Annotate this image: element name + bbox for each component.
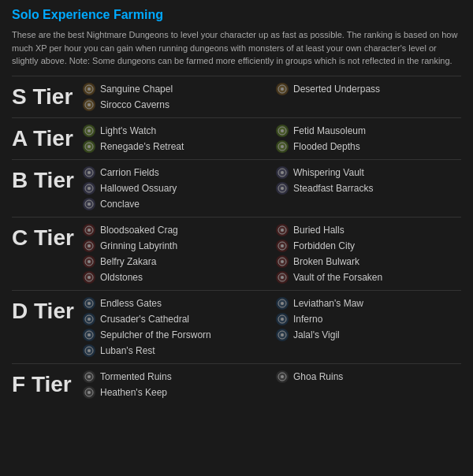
list-item: Heathen's Keep (83, 386, 268, 399)
svg-point-15 (88, 171, 91, 174)
svg-point-17 (88, 187, 91, 190)
dungeon-name: Vault of the Forsaken (293, 272, 382, 283)
list-item: Oldstones (83, 271, 268, 284)
dungeon-name: Buried Halls (293, 225, 345, 236)
svg-point-23 (281, 187, 284, 190)
svg-point-9 (88, 145, 91, 148)
dungeon-icon (276, 166, 289, 179)
dungeon-name: Steadfast Barracks (293, 183, 373, 194)
tier-col-f-0: Tormented Ruins Heathen's Keep (83, 370, 268, 399)
dungeon-name: Light's Watch (100, 125, 156, 136)
tier-section-f: F Tier Tormented Ruins Heathen's Keep Gh… (12, 363, 461, 405)
svg-point-3 (88, 103, 91, 106)
list-item: Grinning Labyrinth (83, 240, 268, 252)
dungeon-name: Heathen's Keep (100, 387, 167, 398)
dungeon-icon (83, 140, 95, 153)
list-item: Crusader's Cathedral (83, 313, 268, 325)
svg-point-5 (281, 87, 284, 91)
tier-col-c-0: Bloodsoaked Crag Grinning Labyrinth Belf… (83, 224, 268, 284)
tier-columns-c: Bloodsoaked Crag Grinning Labyrinth Belf… (83, 224, 461, 284)
svg-point-41 (88, 302, 91, 305)
list-item: Belfry Zakara (83, 255, 268, 268)
svg-point-37 (281, 260, 284, 263)
svg-point-29 (88, 260, 91, 263)
dungeon-name: Endless Gates (100, 298, 162, 309)
page-title: Solo Experience Farming (12, 8, 461, 22)
dungeon-icon (83, 224, 95, 236)
list-item: Hallowed Ossuary (83, 182, 268, 195)
main-container: Solo Experience Farming These are the be… (0, 0, 473, 413)
dungeon-icon (276, 140, 289, 153)
dungeon-name: Tormented Ruins (100, 371, 172, 382)
tier-col-s-0: Sanguine Chapel Sirocco Caverns (83, 83, 268, 111)
tier-col-f-1: Ghoa Ruins (276, 370, 461, 399)
dungeon-icon (83, 198, 95, 210)
tier-col-a-0: Light's Watch Renegade's Retreat (83, 125, 268, 153)
tier-col-d-1: Leviathan's Maw Inferno Jalal's Vigil (276, 297, 461, 357)
dungeon-icon (276, 182, 289, 195)
svg-point-45 (88, 333, 91, 337)
tier-section-s: S Tier Sanguine Chapel Sirocco Caverns D… (12, 76, 461, 117)
list-item: Vault of the Forsaken (276, 271, 461, 284)
list-item: Inferno (276, 313, 461, 325)
dungeon-icon (83, 297, 95, 310)
dungeon-name: Hallowed Ossuary (100, 183, 177, 194)
dungeon-icon (83, 255, 95, 268)
dungeon-name: Sanguine Chapel (100, 84, 173, 95)
dungeon-name: Conclave (100, 199, 140, 210)
list-item: Endless Gates (83, 297, 268, 310)
dungeon-name: Broken Bulwark (293, 256, 359, 267)
list-item: Flooded Depths (276, 140, 461, 153)
svg-point-19 (88, 203, 91, 206)
dungeon-icon (83, 240, 95, 252)
svg-point-7 (88, 129, 91, 132)
dungeon-icon (83, 329, 95, 341)
svg-point-33 (281, 229, 284, 232)
dungeon-name: Renegade's Retreat (100, 141, 184, 152)
list-item: Whispering Vault (276, 166, 461, 179)
tier-label-c: C Tier (12, 224, 83, 251)
dungeon-icon (83, 83, 95, 95)
list-item: Broken Bulwark (276, 255, 461, 268)
list-item: Luban's Rest (83, 344, 268, 357)
dungeon-name: Deserted Underpass (293, 84, 380, 95)
svg-point-25 (88, 229, 91, 232)
dungeon-icon (83, 125, 95, 137)
tier-label-d: D Tier (12, 297, 83, 324)
list-item: Renegade's Retreat (83, 140, 268, 153)
dungeon-icon (276, 255, 289, 268)
dungeon-icon (83, 370, 95, 383)
tier-label-b: B Tier (12, 166, 83, 193)
tier-label-s: S Tier (12, 83, 83, 110)
dungeon-icon (83, 344, 95, 357)
dungeon-name: Sepulcher of the Forsworn (100, 329, 211, 340)
dungeon-icon (276, 83, 289, 95)
tier-label-a: A Tier (12, 125, 83, 151)
dungeon-icon (276, 240, 289, 252)
list-item: Tormented Ruins (83, 370, 268, 383)
tier-col-c-1: Buried Halls Forbidden City Broken Bulwa… (276, 224, 461, 284)
list-item: Buried Halls (276, 224, 461, 236)
dungeon-icon (83, 166, 95, 179)
list-item: Steadfast Barracks (276, 182, 461, 195)
svg-point-55 (88, 375, 91, 378)
dungeon-name: Jalal's Vigil (293, 329, 340, 340)
dungeon-name: Flooded Depths (293, 141, 360, 152)
dungeon-icon (276, 370, 289, 383)
list-item: Sepulcher of the Forsworn (83, 329, 268, 341)
dungeon-name: Bloodsoaked Crag (100, 225, 178, 236)
svg-point-31 (88, 276, 91, 279)
tier-col-a-1: Fetid Mausoleum Flooded Depths (276, 125, 461, 153)
svg-point-59 (281, 375, 284, 378)
svg-point-11 (281, 129, 284, 132)
tier-section-a: A Tier Light's Watch Renegade's Retreat … (12, 117, 461, 159)
dungeon-icon (83, 313, 95, 325)
dungeon-name: Leviathan's Maw (293, 298, 363, 309)
dungeon-icon (83, 99, 95, 111)
svg-point-51 (281, 318, 284, 321)
list-item: Sirocco Caverns (83, 99, 268, 111)
svg-point-39 (281, 276, 284, 279)
list-item: Sanguine Chapel (83, 83, 268, 95)
list-item: Conclave (83, 198, 268, 210)
dungeon-name: Luban's Rest (100, 345, 155, 356)
